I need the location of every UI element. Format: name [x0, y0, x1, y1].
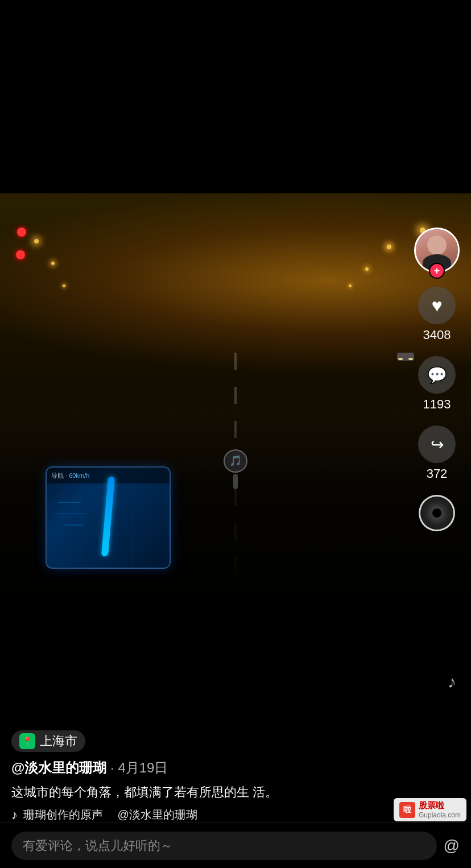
- comment-button[interactable]: 💬 1193: [418, 356, 456, 412]
- music-disc[interactable]: [419, 495, 455, 531]
- share-count: 372: [427, 466, 448, 481]
- like-button[interactable]: ♥ 3408: [418, 287, 456, 342]
- video-caption: 这城市的每个角落，都填满了若有所思的生 活。: [11, 783, 341, 801]
- author-avatar-container[interactable]: +: [414, 228, 460, 273]
- watermark-logo-icon: 啦: [399, 802, 415, 818]
- watermark-site: Gupiaola.com: [419, 811, 461, 819]
- video-scene: 🎵 导航 · 60km/h: [0, 193, 471, 592]
- deco-head: 🎵: [224, 449, 247, 473]
- traffic-light-2: [16, 250, 25, 259]
- share-icon: ↪: [418, 425, 456, 463]
- comment-input[interactable]: 有爱评论，说点儿好听的～: [11, 832, 437, 860]
- dashboard-decoration: 🎵: [218, 449, 253, 489]
- location-icon: 📍: [19, 733, 35, 749]
- street-light: [51, 262, 55, 265]
- nav-street-1: [58, 502, 81, 503]
- music-info[interactable]: ♪ 珊瑚创作的原声 @淡水里的珊瑚: [11, 807, 391, 822]
- traffic-light-1: [17, 228, 26, 237]
- music-attribution: @淡水里的珊瑚: [118, 807, 197, 822]
- deco-base: [233, 474, 238, 489]
- music-space: [109, 808, 112, 821]
- distant-car: [397, 353, 414, 361]
- street-light: [365, 267, 369, 271]
- street-light: [63, 284, 65, 287]
- location-label: 上海市: [40, 733, 77, 750]
- right-actions-panel: + ♥ 3408 💬 1193 ↪ 372: [414, 228, 460, 531]
- watermark: 啦 股票啦 Gupiaola.com: [394, 798, 466, 821]
- at-icon[interactable]: @: [444, 837, 460, 855]
- author-name[interactable]: @淡水里的珊瑚: [11, 760, 106, 775]
- comment-icon: 💬: [418, 356, 456, 394]
- post-date: · 4月19日: [110, 760, 168, 775]
- location-tag[interactable]: 📍 上海市: [11, 730, 85, 752]
- watermark-text: 股票啦 Gupiaola.com: [419, 800, 461, 819]
- video-info-panel: 📍 上海市 @淡水里的珊瑚 · 4月19日 这城市的每个角落，都填满了若有所思的…: [0, 730, 403, 822]
- nav-street-2: [55, 513, 86, 514]
- share-button[interactable]: ↪ 372: [418, 425, 456, 481]
- heart-icon: ♥: [418, 287, 456, 324]
- bottom-comment-bar: 有爱评论，说点儿好听的～ @: [0, 822, 471, 868]
- street-light: [34, 239, 39, 243]
- author-line: @淡水里的珊瑚 · 4月19日: [11, 759, 391, 777]
- like-count: 3408: [423, 328, 451, 342]
- nav-screen: 导航 · 60km/h: [46, 466, 171, 569]
- nav-street-3: [64, 524, 84, 526]
- float-music-note: ♪: [448, 672, 456, 692]
- music-title: 珊瑚创作的原声: [23, 807, 103, 822]
- album-inner: [420, 497, 453, 530]
- comment-count: 1193: [423, 397, 451, 412]
- street-light: [349, 284, 352, 287]
- watermark-brand: 股票啦: [419, 800, 461, 811]
- music-note-icon: ♪: [11, 808, 18, 822]
- top-black-area: [0, 0, 471, 193]
- street-light: [387, 245, 391, 249]
- video-player[interactable]: 🎵 导航 · 60km/h: [0, 193, 471, 592]
- follow-button[interactable]: +: [429, 263, 445, 279]
